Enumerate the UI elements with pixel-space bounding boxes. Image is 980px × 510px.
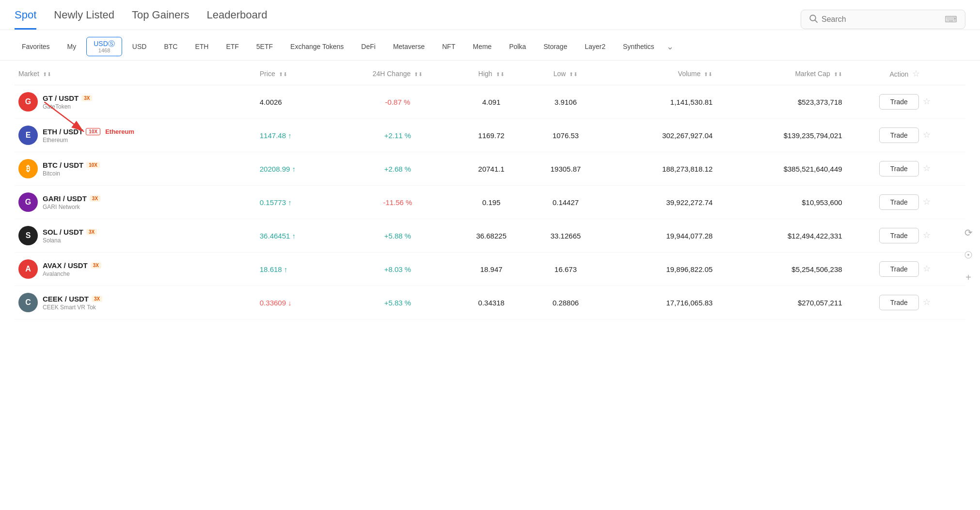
sort-arrows-high: ⬆⬇ — [496, 71, 505, 78]
cell-price-btc-usdt: 20208.99 ↑ — [256, 152, 341, 186]
col-header-action: Action ☆ — [846, 61, 965, 85]
favorite-star-btc-usdt[interactable]: ☆ — [921, 163, 933, 173]
search-input[interactable] — [822, 15, 941, 24]
favorite-star-sol-usdt[interactable]: ☆ — [921, 230, 933, 240]
sort-arrows-low: ⬆⬇ — [569, 71, 578, 78]
filter-meme[interactable]: Meme — [465, 40, 499, 53]
cell-marketcap-avax-usdt: $5,254,506,238 — [716, 253, 846, 286]
table-row: C CEEK / USDT 3X CEEK Smart VR Tok 0.336… — [15, 286, 965, 319]
star-header-icon[interactable]: ☆ — [910, 69, 922, 79]
coin-name-btc-usdt: Bitcoin — [43, 170, 100, 177]
tab-newly-listed[interactable]: Newly Listed — [54, 9, 114, 30]
filter-usd[interactable]: USD — [125, 40, 154, 53]
cell-high-gari-usdt: 0.195 — [454, 186, 528, 219]
coin-pair-gari-usdt: GARI / USDT 3X — [43, 194, 100, 203]
coin-name-ceek-usdt: CEEK Smart VR Tok — [43, 304, 102, 311]
cell-price-ceek-usdt: 0.33609 ↓ — [256, 286, 341, 319]
sort-arrows-volume: ⬆⬇ — [704, 71, 712, 78]
market-table-wrapper: Market ⬆⬇ Price ⬆⬇ 24H Change ⬆⬇ High ⬆⬇… — [0, 61, 980, 319]
filter-exchange-tokens[interactable]: Exchange Tokens — [283, 40, 351, 53]
filter-favorites[interactable]: Favorites — [15, 40, 57, 53]
cell-high-avax-usdt: 18.947 — [454, 253, 528, 286]
filter-defi[interactable]: DeFi — [354, 40, 383, 53]
settings-icon[interactable]: ☉ — [961, 247, 976, 263]
col-header-volume[interactable]: Volume ⬆⬇ — [603, 61, 717, 85]
coin-info-btc-usdt: BTC / USDT 10X Bitcoin — [43, 161, 100, 177]
filter-synthetics[interactable]: Synthetics — [616, 40, 662, 53]
coin-name-eth-usdt: Ethereum — [43, 137, 134, 143]
cell-change-btc-usdt: +2.68 % — [341, 152, 454, 186]
favorite-star-eth-usdt[interactable]: ☆ — [921, 130, 933, 140]
favorite-star-ceek-usdt[interactable]: ☆ — [921, 297, 933, 307]
cell-low-gt-usdt: 3.9106 — [528, 85, 602, 119]
tab-spot[interactable]: Spot — [15, 9, 36, 30]
keyboard-icon: ⌨ — [945, 14, 957, 25]
sidebar-icons: ⟳ ☉ + — [961, 225, 976, 285]
coin-info-avax-usdt: AVAX / USDT 3X Avalanche — [43, 261, 101, 277]
trade-button-sol-usdt[interactable]: Trade — [879, 228, 919, 243]
top-nav: Spot Newly Listed Top Gainers Leaderboar… — [0, 0, 980, 30]
filter-eth[interactable]: ETH — [188, 40, 216, 53]
tab-leaderboard[interactable]: Leaderboard — [207, 9, 268, 30]
add-icon[interactable]: + — [961, 270, 976, 285]
trade-button-avax-usdt[interactable]: Trade — [879, 261, 919, 277]
favorite-star-avax-usdt[interactable]: ☆ — [921, 264, 933, 273]
refresh-icon[interactable]: ⟳ — [961, 225, 976, 240]
filter-layer2[interactable]: Layer2 — [577, 40, 613, 53]
filter-nft[interactable]: NFT — [435, 40, 462, 53]
trade-button-eth-usdt[interactable]: Trade — [879, 128, 919, 143]
coin-pair-gt-usdt: GT / USDT 3X — [43, 94, 92, 102]
cell-marketcap-ceek-usdt: $270,057,211 — [716, 286, 846, 319]
filter-5etf[interactable]: 5ETF — [249, 40, 280, 53]
trade-button-ceek-usdt[interactable]: Trade — [879, 295, 919, 310]
coin-logo-eth: E — [18, 126, 38, 145]
cell-low-gari-usdt: 0.14427 — [528, 186, 602, 219]
filter-my[interactable]: My — [60, 40, 84, 53]
price-value-avax-usdt: 18.618 ↑ — [260, 265, 288, 273]
cell-marketcap-eth-usdt: $139,235,794,021 — [716, 119, 846, 152]
tab-top-gainers[interactable]: Top Gainers — [132, 9, 190, 30]
trade-button-btc-usdt[interactable]: Trade — [879, 161, 919, 176]
cell-low-avax-usdt: 16.673 — [528, 253, 602, 286]
change-value-gt-usdt: -0.87 % — [385, 98, 411, 106]
coin-pair-btc-usdt: BTC / USDT 10X — [43, 161, 100, 169]
favorite-star-gt-usdt[interactable]: ☆ — [921, 96, 933, 106]
trade-button-gari-usdt[interactable]: Trade — [879, 194, 919, 210]
col-header-price[interactable]: Price ⬆⬇ — [256, 61, 341, 85]
filter-bar: Favorites My USDⓈ 1468 USD BTC ETH ETF 5… — [0, 30, 980, 61]
leverage-badge-gt-usdt: 3X — [81, 95, 92, 101]
col-header-change[interactable]: 24H Change ⬆⬇ — [341, 61, 454, 85]
leverage-badge-ceek-usdt: 3X — [92, 296, 102, 302]
cell-price-sol-usdt: 36.46451 ↑ — [256, 219, 341, 253]
cell-marketcap-sol-usdt: $12,494,422,331 — [716, 219, 846, 253]
trade-button-gt-usdt[interactable]: Trade — [879, 94, 919, 110]
favorite-star-gari-usdt[interactable]: ☆ — [921, 197, 933, 207]
coin-pair-sol-usdt: SOL / USDT 3X — [43, 228, 97, 236]
cell-market-avax-usdt: A AVAX / USDT 3X Avalanche — [15, 253, 256, 286]
filter-usds[interactable]: USDⓈ 1468 — [86, 37, 122, 56]
coin-info-gari-usdt: GARI / USDT 3X GARI Network — [43, 194, 100, 210]
chevron-down-icon[interactable]: ⌄ — [664, 39, 676, 54]
price-value-gt-usdt: 4.0026 — [260, 98, 282, 106]
nav-tabs: Spot Newly Listed Top Gainers Leaderboar… — [15, 9, 267, 30]
coin-logo-sol: S — [18, 226, 38, 245]
cell-volume-gt-usdt: 1,141,530.81 — [603, 85, 717, 119]
filter-storage[interactable]: Storage — [536, 40, 574, 53]
col-header-high[interactable]: High ⬆⬇ — [454, 61, 528, 85]
price-value-btc-usdt: 20208.99 ↑ — [260, 165, 296, 173]
cell-change-gt-usdt: -0.87 % — [341, 85, 454, 119]
coin-info-eth-usdt: ETH / USDT 10X Ethereum Ethereum — [43, 128, 134, 143]
cell-change-gari-usdt: -11.56 % — [341, 186, 454, 219]
cell-market-gari-usdt: G GARI / USDT 3X GARI Network — [15, 186, 256, 219]
leverage-badge-eth-usdt: 10X — [86, 128, 100, 135]
filter-polka[interactable]: Polka — [502, 40, 533, 53]
table-row: ₿ BTC / USDT 10X Bitcoin 20208.99 ↑ +2.6… — [15, 152, 965, 186]
filter-metaverse[interactable]: Metaverse — [386, 40, 432, 53]
col-header-low[interactable]: Low ⬆⬇ — [528, 61, 602, 85]
col-header-marketcap[interactable]: Market Cap ⬆⬇ — [716, 61, 846, 85]
cell-price-avax-usdt: 18.618 ↑ — [256, 253, 341, 286]
filter-btc[interactable]: BTC — [157, 40, 185, 53]
search-box[interactable]: ⌨ — [801, 10, 965, 29]
filter-etf[interactable]: ETF — [219, 40, 246, 53]
col-header-market[interactable]: Market ⬆⬇ — [15, 61, 256, 85]
